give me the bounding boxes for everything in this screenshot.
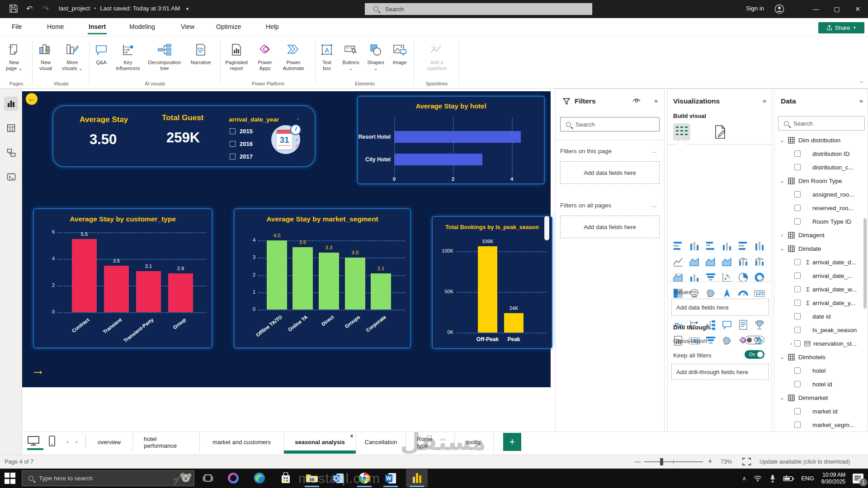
- add-sparkline-button[interactable]: Add asparkline: [421, 41, 453, 71]
- microphone-icon[interactable]: [769, 474, 776, 483]
- power-apps-button[interactable]: PowerApps: [252, 41, 278, 71]
- field-hotel-id[interactable]: hotel id: [774, 377, 868, 391]
- viz-icon-line-and-stacked-column-chart[interactable]: [737, 256, 749, 267]
- menu-modeling[interactable]: Modeling: [129, 23, 155, 30]
- checkbox-2016[interactable]: [230, 141, 236, 147]
- key-influencers-button[interactable]: Keyinfluencers: [113, 41, 143, 71]
- slicer-option-2017[interactable]: 2017: [230, 153, 253, 160]
- field-checkbox[interactable]: [794, 408, 801, 414]
- filters-search-box[interactable]: [560, 117, 660, 131]
- page-tab-rome-type[interactable]: Rome type: [406, 432, 455, 452]
- redo-icon[interactable]: ↷: [42, 4, 52, 14]
- field-checkbox[interactable]: [794, 259, 801, 265]
- slicer-chevron-down-icon[interactable]: ⌄: [296, 115, 300, 121]
- global-search-bar[interactable]: [365, 3, 592, 15]
- battery-icon[interactable]: [783, 475, 794, 482]
- field-checkbox[interactable]: [794, 381, 801, 387]
- viz-icon-card[interactable]: 123: [754, 287, 765, 299]
- menu-help[interactable]: Help: [266, 23, 279, 30]
- menu-optimize[interactable]: Optimize: [216, 23, 241, 30]
- data-pane-scrollbar[interactable]: [863, 218, 867, 309]
- viz-icon-stacked-bar-chart[interactable]: [672, 240, 684, 252]
- taskbar-app-outlook[interactable]: [327, 469, 349, 487]
- zoom-in-button[interactable]: +: [708, 457, 712, 465]
- table-dim-room-type[interactable]: ⌄Dim Room Type: [774, 174, 868, 188]
- field-checkbox[interactable]: [794, 205, 801, 211]
- desktop-layout-icon[interactable]: [27, 436, 40, 446]
- forward-arrow-button[interactable]: →: [31, 362, 45, 378]
- expand-icon[interactable]: ›: [788, 341, 794, 346]
- field-distribution-id[interactable]: distribution ID: [774, 147, 868, 160]
- field-checkbox[interactable]: [794, 286, 801, 292]
- account-avatar-icon[interactable]: [774, 4, 784, 14]
- field-arrival-date-d-[interactable]: Σarrival_date_d...: [774, 255, 868, 269]
- zoom-slider-thumb[interactable]: [660, 458, 663, 465]
- taskbar-app-chrome[interactable]: [354, 469, 375, 487]
- table-view-icon[interactable]: [4, 121, 18, 135]
- tray-expand-icon[interactable]: ∧: [742, 475, 746, 482]
- viz-icon-line-chart[interactable]: [672, 256, 684, 267]
- maximize-button[interactable]: ▢: [826, 0, 847, 18]
- buttons-button[interactable]: Buttons⌄: [338, 41, 363, 71]
- collapse-icon[interactable]: ⌄: [779, 246, 785, 252]
- more-options-icon[interactable]: …: [651, 148, 658, 154]
- field-room-type-id[interactable]: Room Type ID: [774, 215, 868, 228]
- collapse-filters-pane-icon[interactable]: »: [654, 97, 657, 104]
- filters-page-dropzone[interactable]: Add data fields here: [560, 161, 660, 184]
- taskbar-app-powerbi[interactable]: [406, 469, 428, 487]
- paginated-report-button[interactable]: Paginatedreport: [221, 41, 252, 71]
- kpi-card-visual[interactable]: Average Stay 3.50 Total Guest 259K arriv…: [52, 105, 316, 167]
- qa-button[interactable]: Q&A: [90, 41, 113, 66]
- collapse-icon[interactable]: ⌄: [779, 137, 785, 143]
- keep-all-filters-toggle[interactable]: On: [745, 350, 764, 359]
- viz-icon-100-stacked-area-chart[interactable]: [721, 256, 733, 267]
- field-date-id[interactable]: date id: [774, 310, 868, 323]
- report-view-icon[interactable]: [4, 97, 18, 111]
- viz-icon-filled-map[interactable]: [705, 287, 717, 299]
- field-arrival-date-w-[interactable]: Σarrival_date_w...: [774, 282, 868, 296]
- viz-icon-azure-map[interactable]: [721, 287, 733, 299]
- title-dropdown-icon[interactable]: ▼: [185, 7, 189, 11]
- new-page-button[interactable]: Newpage ⌄: [0, 41, 28, 71]
- bar-off-peak[interactable]: [478, 246, 497, 333]
- save-icon[interactable]: [9, 4, 19, 14]
- global-search-input[interactable]: [385, 6, 521, 13]
- table-dim-distribution[interactable]: ⌄Dim distribution: [774, 133, 868, 147]
- bar-city-hotel[interactable]: [394, 154, 482, 165]
- dax-query-view-icon[interactable]: [4, 170, 18, 184]
- field-checkbox[interactable]: [794, 327, 801, 333]
- field-is-peak-season[interactable]: Is_peak_season: [774, 323, 868, 337]
- page-tab-tooltip[interactable]: tooltip: [455, 432, 494, 452]
- taskbar-app-edge[interactable]: [249, 469, 270, 487]
- new-visual-button[interactable]: Newvisual: [33, 41, 59, 71]
- bar-transient-party[interactable]: [136, 271, 161, 312]
- field-checkbox[interactable]: [794, 367, 801, 374]
- taskbar-app-store[interactable]: [275, 469, 297, 487]
- menu-home[interactable]: Home: [47, 23, 64, 30]
- menu-view[interactable]: View: [181, 23, 194, 30]
- values-dropzone[interactable]: Add data fields here: [671, 299, 769, 316]
- taskbar-search-box[interactable]: [22, 470, 194, 486]
- chart-average-stay-by-market-segment[interactable]: Average Stay by market_segment 012344.0O…: [234, 208, 411, 348]
- task-view-icon[interactable]: [203, 473, 213, 483]
- checkbox-2015[interactable]: [230, 128, 236, 134]
- viz-icon-azure-maps-pin[interactable]: [721, 335, 733, 347]
- cross-report-toggle[interactable]: Off: [745, 336, 764, 344]
- collapse-icon[interactable]: ⌄: [779, 178, 785, 184]
- close-button[interactable]: ✕: [847, 0, 868, 18]
- viz-icon-clustered-bar-chart[interactable]: [705, 240, 717, 252]
- table-dimagent[interactable]: ›Dimagent: [774, 228, 868, 242]
- viz-icon-area-chart[interactable]: [689, 256, 700, 267]
- mobile-layout-icon[interactable]: [48, 436, 56, 447]
- chart-average-stay-by-hotel[interactable]: Average Stay by hotel 024Resort HotelCit…: [357, 96, 545, 184]
- chart-average-stay-by-customer-type[interactable]: Average Stay by customer_type 02465.5Con…: [33, 208, 212, 348]
- bar-direct[interactable]: [319, 253, 339, 310]
- canvas-scrollbar[interactable]: [544, 216, 549, 240]
- model-view-icon[interactable]: [4, 145, 18, 160]
- data-search-box[interactable]: [778, 116, 865, 131]
- page-tab-hotel-performance[interactable]: hotel performance: [133, 432, 200, 452]
- slicer-option-2016[interactable]: 2016: [230, 141, 253, 147]
- table-dimhotels[interactable]: ⌄Dimhotels: [774, 350, 868, 364]
- viz-icon-stacked-area-chart[interactable]: [705, 256, 717, 267]
- field-reservation-st-[interactable]: ›reservation_st...: [774, 337, 868, 350]
